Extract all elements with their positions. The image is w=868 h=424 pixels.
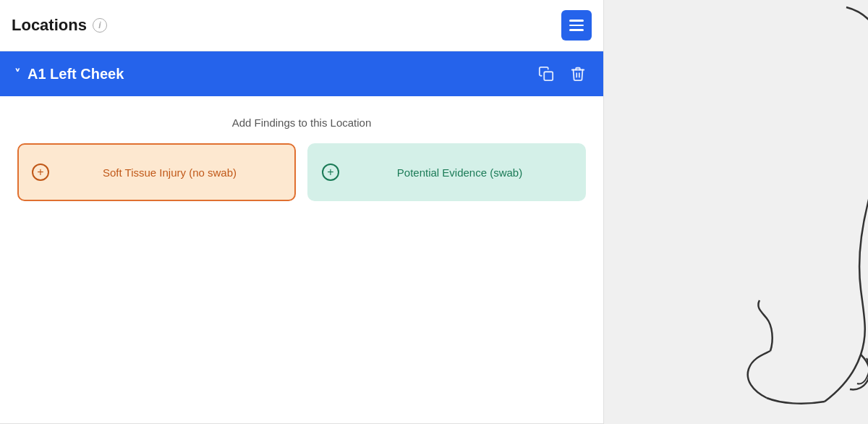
location-actions (535, 63, 589, 85)
copy-icon (538, 66, 554, 82)
location-label: A1 Left Cheek (27, 66, 124, 82)
right-panel (604, 0, 868, 424)
injury-label: Soft Tissue Injury (no swab) (58, 166, 281, 179)
injury-finding-card[interactable]: + Soft Tissue Injury (no swab) (17, 143, 296, 201)
evidence-finding-card[interactable]: + Potential Evidence (swab) (307, 143, 586, 201)
info-icon[interactable]: i (93, 18, 107, 33)
svg-rect-0 (544, 72, 553, 80)
location-header: ˅ A1 Left Cheek (0, 51, 603, 96)
findings-label: Add Findings to this Location (17, 116, 586, 129)
menu-line-1 (569, 20, 584, 22)
menu-line-2 (569, 25, 584, 27)
findings-grid: + Soft Tissue Injury (no swab) + Potenti… (17, 143, 586, 201)
header: Locations i (0, 0, 603, 51)
face-diagram (702, 0, 868, 424)
evidence-label: Potential Evidence (swab) (348, 166, 571, 179)
delete-button[interactable] (567, 63, 589, 85)
chevron-down-icon[interactable]: ˅ (14, 67, 20, 81)
header-left: Locations i (12, 16, 107, 35)
menu-button[interactable] (561, 10, 592, 41)
page-title: Locations (12, 16, 87, 35)
findings-section: Add Findings to this Location + Soft Tis… (0, 96, 603, 423)
location-title-group: ˅ A1 Left Cheek (14, 66, 124, 82)
injury-plus-icon: + (32, 164, 49, 181)
trash-icon (570, 66, 586, 82)
menu-line-3 (569, 29, 584, 31)
copy-button[interactable] (535, 63, 557, 85)
left-panel: Locations i ˅ A1 Left Cheek (0, 0, 604, 424)
evidence-plus-icon: + (322, 164, 339, 181)
